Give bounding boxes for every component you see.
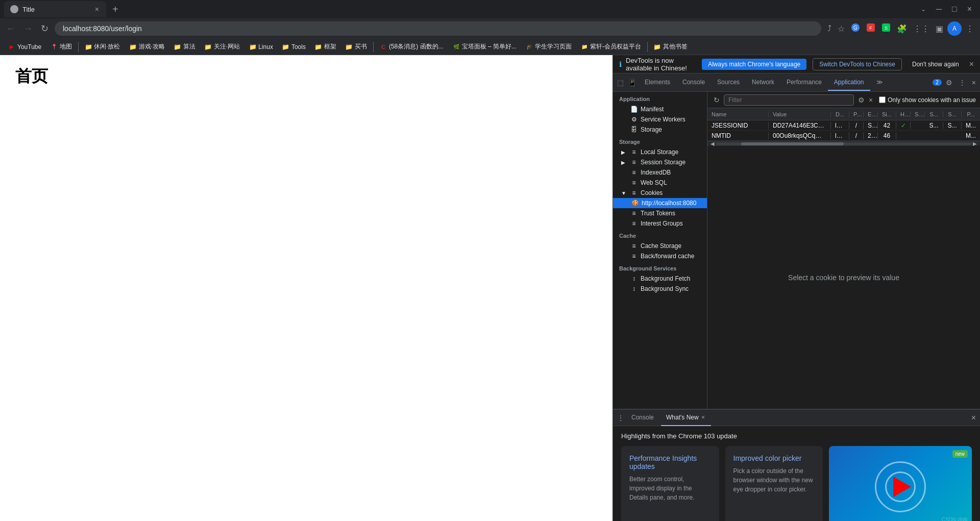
only-issues-input[interactable] — [879, 96, 886, 103]
bookmark-algo[interactable]: 📁 算法 — [170, 40, 200, 53]
tab-more[interactable]: ≫ — [870, 75, 889, 91]
bookmark-games[interactable]: 📁 游戏·攻略 — [126, 40, 169, 53]
sidebar-item-local-storage[interactable]: ▶ ≡ Local Storage — [613, 147, 707, 157]
devtools-settings-icon[interactable]: ⚙ — [944, 77, 954, 89]
trust-tokens-label: Trust Tokens — [641, 210, 675, 217]
bottom-panel-close-button[interactable]: × — [971, 413, 976, 423]
card-color-title[interactable]: Improved color picker — [733, 454, 815, 462]
notification-close-button[interactable]: × — [969, 60, 974, 69]
sidebar-item-background-sync[interactable]: ↕ Background Sync — [613, 284, 707, 294]
sidebar-item-session-storage[interactable]: ▶ ≡ Session Storage — [613, 157, 707, 167]
filter-clear-icon[interactable]: × — [869, 96, 873, 104]
bookmark-purple[interactable]: 📁 紫轩-会员权益平台 — [577, 40, 645, 53]
extension2-icon[interactable]: F — [864, 21, 877, 36]
bookmark-pagoda[interactable]: 🌿 宝塔面板 – 简单好... — [449, 40, 521, 53]
bookmark-linux[interactable]: 📁 Linux — [245, 41, 277, 53]
extension1-icon[interactable]: G — [849, 21, 862, 36]
tab-network[interactable]: Network — [746, 75, 780, 91]
sidebar-item-cookies-host[interactable]: 🍪 http://localhost:8080 — [613, 198, 707, 208]
col-header-samesite[interactable]: S... — [925, 111, 943, 117]
devtools-menu-icon[interactable]: ⋮ — [957, 77, 968, 89]
bookmark-follow[interactable]: 📁 关注·网站 — [201, 40, 244, 53]
col-header-value[interactable]: Value — [769, 111, 831, 117]
col-header-expires[interactable]: E... — [864, 111, 878, 117]
sidebar-item-background-fetch[interactable]: ↕ Background Fetch — [613, 274, 707, 284]
col-header-party[interactable]: P... — [962, 111, 980, 117]
profile-avatar[interactable]: A — [947, 21, 962, 36]
share-icon[interactable]: ⤴ — [825, 22, 834, 35]
tab-performance[interactable]: Performance — [780, 75, 828, 91]
sidebar-item-interest-groups[interactable]: ≡ Interest Groups — [613, 218, 707, 229]
bookmark-tools[interactable]: 📁 Tools — [278, 41, 310, 53]
dont-show-button[interactable]: Don't show again — [906, 59, 965, 70]
bookmark-student[interactable]: 🎓 学生学习页面 — [522, 40, 576, 53]
device-mode-icon[interactable]: 📱 — [626, 77, 639, 89]
storage-icon: 🗄 — [630, 126, 638, 133]
back-button[interactable]: ← — [4, 21, 17, 36]
devtools-close-icon[interactable]: × — [970, 77, 978, 89]
switch-chinese-button[interactable]: Switch DevTools to Chinese — [813, 58, 902, 70]
bookmark-other[interactable]: 📁 其他书签 — [650, 40, 692, 53]
tab-application[interactable]: Application — [828, 75, 870, 91]
sidebar-item-cookies[interactable]: ▼ ≡ Cookies — [613, 188, 707, 198]
sidebar-item-indexeddb[interactable]: ≡ IndexedDB — [613, 167, 707, 178]
minimize-button[interactable]: ─ — [932, 3, 946, 16]
cookie-preview-area: Select a cookie to preview its value — [707, 146, 980, 409]
sidebar-toggle-icon[interactable]: ▣ — [934, 22, 945, 36]
match-language-button[interactable]: Always match Chrome's language — [702, 59, 806, 70]
bookmark-leisure[interactable]: 📁 休闲·放松 — [81, 40, 124, 53]
extension3-icon[interactable]: S — [879, 21, 893, 36]
scroll-track[interactable] — [716, 142, 972, 145]
address-input[interactable] — [55, 21, 821, 36]
sidebar-item-manifest[interactable]: 📄 Manifest — [613, 104, 707, 114]
col-header-size[interactable]: Si... — [878, 111, 896, 117]
bottom-tab-console[interactable]: Console — [626, 411, 659, 425]
bookmark-buy[interactable]: 📁 买书 — [341, 40, 371, 53]
col-header-secure[interactable]: S... — [911, 111, 925, 117]
close-window-button[interactable]: × — [963, 3, 976, 16]
profile-menu-icon[interactable]: ⋮⋮ — [911, 22, 932, 36]
tab-close-icon[interactable]: × — [94, 4, 100, 14]
bookmark-frame[interactable]: 📁 框架 — [311, 40, 340, 53]
card-perf-title[interactable]: Performance Insights updates — [629, 454, 711, 470]
tab-elements[interactable]: Elements — [639, 75, 676, 91]
bottom-menu-icon[interactable]: ⋮ — [617, 414, 624, 422]
tab-sources[interactable]: Sources — [711, 75, 746, 91]
scroll-thumb[interactable] — [741, 142, 844, 145]
issues-badge[interactable]: 2 — [933, 79, 942, 86]
extensions-icon[interactable]: 🧩 — [895, 22, 909, 36]
horizontal-scrollbar[interactable]: ◀ ▶ — [707, 141, 980, 146]
col-header-domain[interactable]: D... — [831, 111, 849, 117]
refresh-button[interactable]: ↻ — [39, 21, 51, 36]
bookmark-csdn[interactable]: C (58条消息) 函数的... — [376, 40, 448, 53]
table-row[interactable]: JSESSIONID DD27A4146E3C9DF31.... lo... /… — [707, 120, 980, 131]
new-tab-button[interactable]: + — [108, 2, 122, 17]
thumbnail-video[interactable]: new CSDN @猫 — [829, 446, 972, 521]
forward-button[interactable]: → — [21, 21, 35, 36]
filter-settings-icon[interactable]: ⚙ — [856, 95, 867, 105]
sidebar-item-back-forward-cache[interactable]: ≡ Back/forward cache — [613, 251, 707, 261]
tab-console[interactable]: Console — [676, 75, 711, 91]
inspect-element-icon[interactable]: ⬚ — [615, 77, 626, 89]
col-header-http[interactable]: H... — [896, 111, 911, 117]
sidebar-item-cache-storage[interactable]: ≡ Cache Storage — [613, 241, 707, 251]
sidebar-item-service-workers[interactable]: ⚙ Service Workers — [613, 114, 707, 125]
table-row[interactable]: NMTID 00Ou8rkqsQCqMX7Pk... lo... / 2... … — [707, 131, 980, 141]
chrome-menu-icon[interactable]: ⋮ — [964, 22, 976, 36]
refresh-cookies-icon[interactable]: ↻ — [712, 95, 722, 105]
maximize-button[interactable]: □ — [948, 3, 961, 16]
bottom-tab-whats-new[interactable]: What's New × — [661, 410, 711, 426]
bookmark-icon[interactable]: ☆ — [836, 22, 847, 36]
col-header-path[interactable]: P... — [849, 111, 864, 117]
col-header-name[interactable]: Name — [707, 111, 769, 117]
whats-new-close-button[interactable]: × — [700, 413, 706, 422]
bookmark-map[interactable]: 📍 地图 — [46, 40, 76, 53]
sidebar-item-storage[interactable]: 🗄 Storage — [613, 125, 707, 135]
only-issues-checkbox[interactable]: Only show cookies with an issue — [879, 96, 976, 104]
bookmark-youtube[interactable]: ▶ YouTube — [4, 41, 45, 53]
sidebar-item-web-sql[interactable]: ≡ Web SQL — [613, 178, 707, 188]
filter-input[interactable] — [724, 94, 854, 106]
browser-tab[interactable]: Title × — [4, 1, 106, 17]
col-header-priority[interactable]: S... — [943, 111, 962, 117]
sidebar-item-trust-tokens[interactable]: ≡ Trust Tokens — [613, 208, 707, 218]
